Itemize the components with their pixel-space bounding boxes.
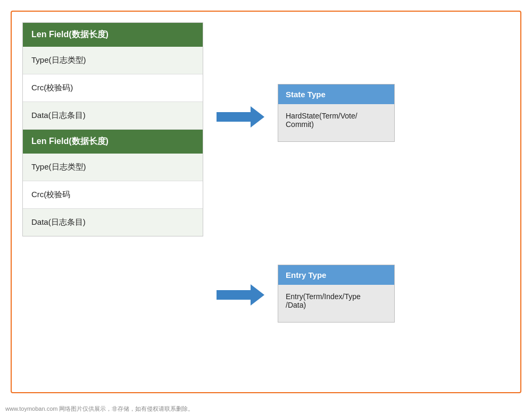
arrow-1-icon <box>217 107 264 126</box>
field-row-data-2: Data(日志条目) <box>23 209 203 236</box>
arrow-2-icon <box>217 285 264 304</box>
field-row-type-2: Type(日志类型) <box>23 154 203 181</box>
state-type-card: State Type HardState(Term/Vote/Commit) <box>278 84 395 142</box>
len-field-header-2: Len Field(数据长度) <box>23 130 203 154</box>
entry-type-body: Entry(Term/Index/Type/Data) <box>278 285 394 322</box>
arrow-1-wrapper <box>217 107 264 126</box>
len-field-header-1: Len Field(数据长度) <box>23 23 203 47</box>
entry-type-body-text: Entry(Term/Index/Type/Data) <box>286 292 361 309</box>
state-type-header: State Type <box>278 84 394 104</box>
entry-type-card: Entry Type Entry(Term/Index/Type/Data) <box>278 265 395 323</box>
field-row-data-1: Data(日志条目) <box>23 102 203 130</box>
arrow-2-wrapper <box>217 285 264 304</box>
state-type-body-text: HardState(Term/Vote/Commit) <box>286 112 358 129</box>
right-panel: State Type HardState(Term/Vote/Commit) E… <box>278 22 510 384</box>
main-container: Len Field(数据长度) Type(日志类型) Crc(校验码) Data… <box>11 11 521 393</box>
entry-type-header: Entry Type <box>278 265 394 285</box>
state-type-body: HardState(Term/Vote/Commit) <box>278 104 394 141</box>
watermark: www.toymoban.com 网络图片仅供展示，非存储，如有侵权请联系删除。 <box>5 405 194 413</box>
arrows-column <box>203 22 278 384</box>
field-row-crc-2: Crc(校验码 <box>23 181 203 209</box>
left-panel: Len Field(数据长度) Type(日志类型) Crc(校验码) Data… <box>22 22 203 236</box>
field-row-crc-1: Crc(校验码) <box>23 74 203 102</box>
field-row-type-1: Type(日志类型) <box>23 47 203 74</box>
